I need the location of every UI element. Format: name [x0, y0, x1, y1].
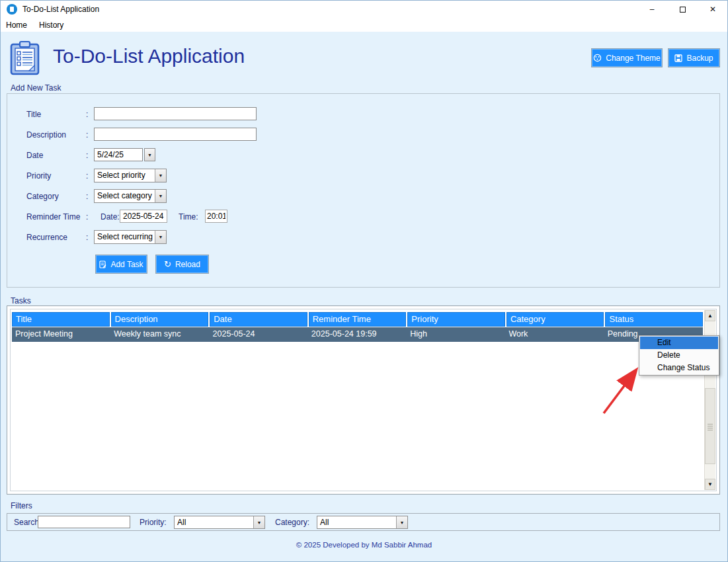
window-title: To-Do-List Application — [22, 5, 99, 14]
reminder-date-label: Date: — [101, 212, 120, 221]
cell-description: Weekly team sync — [110, 327, 208, 342]
priority-field-label: Priority — [26, 171, 51, 181]
tasks-legend: Tasks — [11, 296, 31, 305]
filter-category-value: All — [317, 516, 396, 528]
reload-button[interactable]: ↻ Reload — [155, 255, 209, 274]
colon: : — [86, 171, 88, 181]
colon: : — [86, 130, 88, 140]
menu-bar: Home History — [0, 19, 728, 32]
column-header-priority[interactable]: Priority — [407, 312, 505, 327]
clipboard-icon — [9, 40, 41, 76]
date-field-label: Date — [26, 151, 43, 160]
chevron-down-icon[interactable]: ▼ — [396, 516, 407, 528]
priority-combobox[interactable]: Select priority ▼ — [94, 169, 167, 182]
colon: : — [86, 192, 88, 201]
page-title: To-Do-List Application — [53, 45, 245, 67]
tasks-panel: Title Description Date Reminder Time Pri… — [7, 305, 720, 495]
search-input[interactable] — [38, 516, 130, 528]
add-task-label: Add Task — [110, 260, 143, 269]
cell-title: Project Meeting — [12, 327, 109, 342]
table-row[interactable]: Project Meeting Weekly team sync 2025-05… — [12, 327, 703, 342]
memo-icon — [99, 261, 106, 268]
colon: : — [86, 110, 88, 119]
footer-copyright: © 2025 Developed by Md Sabbir Ahmad — [0, 541, 728, 549]
filter-priority-label: Priority: — [140, 518, 167, 527]
context-menu-item-edit[interactable]: Edit — [640, 337, 718, 349]
column-header-title[interactable]: Title — [12, 312, 110, 327]
context-menu-item-change-status[interactable]: Change Status — [640, 362, 718, 374]
chevron-down-icon: ▼ — [147, 153, 152, 157]
cell-category: Work — [505, 327, 602, 342]
description-input[interactable] — [94, 128, 257, 141]
tasks-table-header: Title Description Date Reminder Time Pri… — [12, 312, 703, 327]
maximize-icon — [680, 7, 686, 13]
scrollbar-thumb[interactable] — [705, 388, 715, 464]
cell-reminder-time: 2025-05-24 19:59 — [308, 327, 405, 342]
reminder-field-label: Reminder Time — [26, 212, 80, 221]
colon: : — [86, 233, 88, 242]
maximize-button[interactable] — [667, 0, 698, 19]
up-arrow-icon: ▲ — [708, 313, 713, 319]
filter-priority-value: All — [175, 516, 253, 528]
category-field-label: Category — [26, 192, 59, 201]
scrollbar-grip — [708, 424, 713, 432]
column-header-date[interactable]: Date — [210, 312, 307, 327]
change-theme-label: Change Theme — [606, 54, 661, 63]
category-combobox[interactable]: Select category ▼ — [94, 189, 167, 203]
scroll-up-button[interactable]: ▲ — [705, 310, 715, 321]
filter-category-label: Category: — [275, 518, 309, 527]
filter-priority-combobox[interactable]: All ▼ — [174, 516, 265, 529]
window-controls: – ✕ — [637, 0, 728, 19]
chevron-down-icon[interactable]: ▼ — [253, 516, 264, 528]
main-content: To-Do-List Application Change Theme Back… — [0, 32, 728, 562]
colon: : — [86, 212, 88, 221]
recurrence-combobox-value: Select recurring — [95, 231, 155, 243]
floppy-icon — [674, 54, 682, 62]
filters-bar: Search: Priority: All ▼ Category: All ▼ — [7, 513, 720, 531]
recurrence-combobox[interactable]: Select recurring ▼ — [94, 230, 167, 244]
colon: : — [86, 151, 88, 160]
recurrence-field-label: Recurrence — [26, 233, 67, 242]
backup-button[interactable]: Backup — [668, 48, 720, 67]
app-window: To-Do-List Application – ✕ Home History — [0, 0, 728, 562]
change-theme-button[interactable]: Change Theme — [591, 48, 663, 67]
context-menu: Edit Delete Change Status — [639, 335, 719, 376]
minimize-button[interactable]: – — [637, 0, 667, 19]
column-header-category[interactable]: Category — [506, 312, 604, 327]
close-button[interactable]: ✕ — [698, 0, 728, 19]
backup-label: Backup — [686, 54, 713, 63]
column-header-description[interactable]: Description — [111, 312, 209, 327]
date-picker-dropdown-button[interactable]: ▼ — [144, 148, 155, 161]
add-task-button[interactable]: Add Task — [95, 255, 147, 274]
reminder-date-input[interactable] — [120, 210, 167, 223]
reminder-time-input[interactable] — [205, 210, 227, 223]
down-arrow-icon: ▼ — [708, 481, 713, 487]
filters-legend: Filters — [11, 501, 32, 510]
tasks-listview: Title Description Date Reminder Time Pri… — [10, 309, 717, 491]
menu-home[interactable]: Home — [0, 19, 33, 32]
reload-label: Reload — [175, 260, 200, 269]
scroll-down-button[interactable]: ▼ — [705, 479, 715, 490]
add-new-task-legend: Add New Task — [11, 83, 61, 93]
column-header-status[interactable]: Status — [605, 312, 703, 327]
title-input[interactable] — [94, 107, 257, 120]
cell-priority: High — [407, 327, 504, 342]
title-field-label: Title — [26, 110, 41, 119]
palette-icon — [593, 54, 602, 62]
column-header-reminder-time[interactable]: Reminder Time — [309, 312, 407, 327]
cell-date: 2025-05-24 — [210, 327, 307, 342]
chevron-down-icon[interactable]: ▼ — [155, 231, 166, 243]
category-combobox-value: Select category — [95, 190, 155, 202]
chevron-down-icon[interactable]: ▼ — [155, 190, 166, 202]
date-picker-input[interactable] — [94, 148, 143, 161]
app-icon — [7, 4, 17, 15]
chevron-down-icon[interactable]: ▼ — [155, 169, 166, 182]
menu-history[interactable]: History — [33, 19, 69, 32]
description-field-label: Description — [26, 130, 66, 140]
reminder-time-label: Time: — [179, 212, 198, 221]
reload-icon: ↻ — [164, 259, 171, 269]
priority-combobox-value: Select priority — [95, 169, 155, 182]
filter-category-combobox[interactable]: All ▼ — [317, 516, 408, 529]
document-glyph — [10, 7, 14, 12]
context-menu-item-delete[interactable]: Delete — [640, 349, 718, 362]
